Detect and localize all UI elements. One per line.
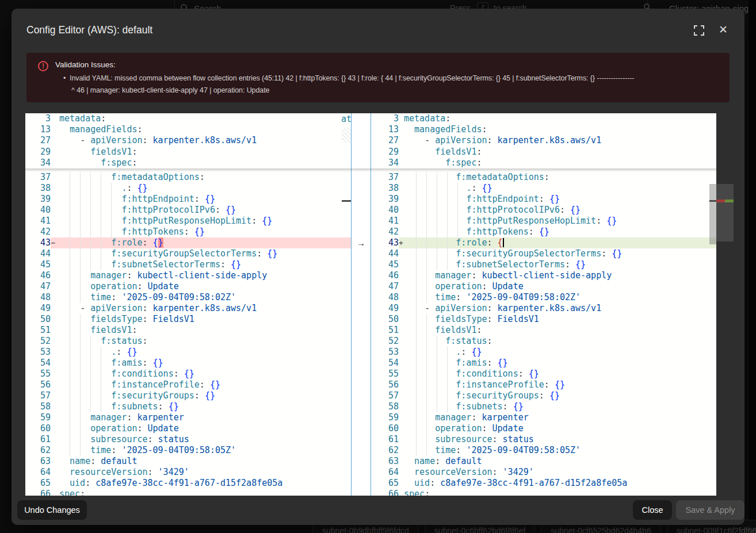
line-number: 40 — [25, 205, 51, 216]
code-line: 49 - apiVersion: karpenter.k8s.aws/v1 — [25, 303, 351, 314]
apply-change-arrow[interactable]: → — [352, 237, 371, 248]
line-number: 38 — [371, 183, 399, 194]
code-line: 66spec: — [25, 489, 351, 496]
line-number: 27 — [371, 135, 399, 146]
code-line: 27 - apiVersion: karpenter.k8s.aws/v1 — [25, 135, 351, 146]
code-line: 34 f:spec: — [25, 158, 351, 168]
line-number: 61 — [25, 434, 51, 445]
undo-changes-button[interactable]: Undo Changes — [17, 500, 87, 520]
fullscreen-icon[interactable] — [694, 25, 705, 37]
line-number: 27 — [25, 135, 51, 146]
line-number: 44 — [371, 248, 399, 259]
code-line: 49 - apiVersion: karpenter.k8s.aws/v1 — [371, 303, 716, 314]
code-line: 60 operation: Update — [371, 423, 716, 434]
close-icon[interactable]: ✕ — [716, 23, 730, 37]
line-number: 29 — [25, 147, 51, 158]
line-number: 41 — [25, 216, 51, 227]
line-number: 57 — [371, 390, 399, 401]
line-number: 56 — [371, 379, 399, 390]
line-number: 42 — [25, 227, 51, 237]
ruler-mark-deleted — [716, 200, 725, 202]
line-number: 47 — [371, 281, 399, 292]
line-number: 51 — [371, 325, 399, 336]
line-number: 55 — [25, 369, 51, 379]
code-line: 51 fieldsV1: — [371, 325, 716, 336]
editor-scrollbar[interactable] — [709, 184, 716, 244]
code-line: 66spec: — [371, 489, 716, 496]
line-number: 63 — [25, 456, 51, 467]
code-line: 55 f:conditions: {} — [371, 369, 716, 379]
yaml-diff-editor[interactable]: 37 f:metadataOptions:38 .: {}39 f:httpEn… — [25, 113, 734, 496]
code-line: 65 uid: c8afe97e-38cc-4f91-a767-d15f2a8f… — [25, 478, 351, 489]
line-number: 51 — [25, 325, 51, 336]
line-number: 44 — [25, 248, 51, 259]
code-line: 63 name: default — [371, 456, 716, 467]
line-number: 43 — [25, 237, 51, 248]
line-number: 43 — [371, 237, 399, 248]
code-line: 46 manager: kubectl-client-side-apply — [371, 270, 716, 281]
line-number: 49 — [25, 303, 51, 314]
code-line: 57 f:securityGroups: {} — [371, 390, 716, 401]
line-number: 38 — [25, 183, 51, 194]
overview-mark-left — [342, 200, 351, 202]
code-line: 65 uid: c8afe97e-38cc-4f91-a767-d15f2a8f… — [371, 478, 716, 489]
line-number: 58 — [371, 401, 399, 412]
line-number: 61 — [371, 434, 399, 445]
code-line: 34 f:spec: — [371, 158, 716, 168]
line-number: 53 — [371, 347, 399, 358]
line-number: 29 — [371, 147, 399, 158]
code-line: 37 f:metadataOptions: — [371, 172, 716, 183]
line-number: 50 — [25, 314, 51, 325]
line-number: 3 — [25, 113, 51, 124]
line-number: 49 — [371, 303, 399, 314]
line-number: 64 — [25, 467, 51, 478]
line-number: 41 — [371, 216, 399, 227]
code-line: 44 f:securityGroupSelectorTerms: {} — [371, 248, 716, 259]
code-line: 45 f:subnetSelectorTerms: {} — [25, 259, 351, 270]
line-number: 46 — [25, 270, 51, 281]
error-icon: ! — [38, 61, 48, 71]
code-line: 13 managedFields: — [25, 124, 351, 135]
code-line: 40 f:httpProtocolIPv6: {} — [371, 205, 716, 216]
line-number: 13 — [25, 124, 51, 135]
dialog-title: Config Editor (AWS): default — [26, 24, 152, 36]
code-line: 57 f:securityGroups: {} — [25, 390, 351, 401]
code-line: 44 f:securityGroupSelectorTerms: {} — [25, 248, 351, 259]
line-number: 62 — [371, 445, 399, 456]
line-number: 54 — [25, 358, 51, 369]
validation-title: Validation Issues: — [55, 60, 116, 69]
validation-message-line1: • Invalid YAML: missed comma between flo… — [63, 74, 725, 82]
close-button[interactable]: Close — [633, 500, 672, 520]
code-line: 64 resourceVersion: '3429' — [371, 467, 716, 478]
line-number: 62 — [25, 445, 51, 456]
code-line: 51 fieldsV1: — [25, 325, 351, 336]
code-line: 52 f:status: — [371, 336, 716, 347]
overview-ruler[interactable] — [716, 113, 734, 496]
line-number: 66 — [25, 489, 51, 496]
line-number: 34 — [25, 158, 51, 168]
line-number: 59 — [25, 412, 51, 423]
code-line: 45 f:subnetSelectorTerms: {} — [371, 259, 716, 270]
line-number: 60 — [371, 423, 399, 434]
breadcrumb-clip: at — [341, 114, 351, 124]
line-number: 55 — [371, 369, 399, 379]
code-line: 53 .: {} — [25, 347, 351, 358]
code-line: 29 fieldsV1: — [25, 147, 351, 158]
code-line: 53 .: {} — [371, 347, 716, 358]
line-number: 54 — [371, 358, 399, 369]
code-line: 43− f:role: {} — [25, 237, 351, 248]
code-line: 58 f:subnets: {} — [25, 401, 351, 412]
sticky-shadow — [25, 168, 716, 172]
code-line: 41 f:httpPutResponseHopLimit: {} — [371, 216, 716, 227]
line-number: 65 — [25, 478, 51, 489]
code-line: 58 f:subnets: {} — [371, 401, 716, 412]
code-line: 42 f:httpTokens: {} — [371, 227, 716, 237]
line-number: 37 — [371, 172, 399, 183]
ruler-mark-added — [725, 200, 734, 202]
code-line: 39 f:httpEndpoint: {} — [371, 194, 716, 205]
code-line: 52 f:status: — [25, 336, 351, 347]
validation-message-line2: ^ 46 | manager: kubectl-client-side-appl… — [71, 86, 704, 94]
line-number: 13 — [371, 124, 399, 135]
code-line: 54 f:amis: {} — [371, 358, 716, 369]
code-line: 59 manager: karpenter — [25, 412, 351, 423]
